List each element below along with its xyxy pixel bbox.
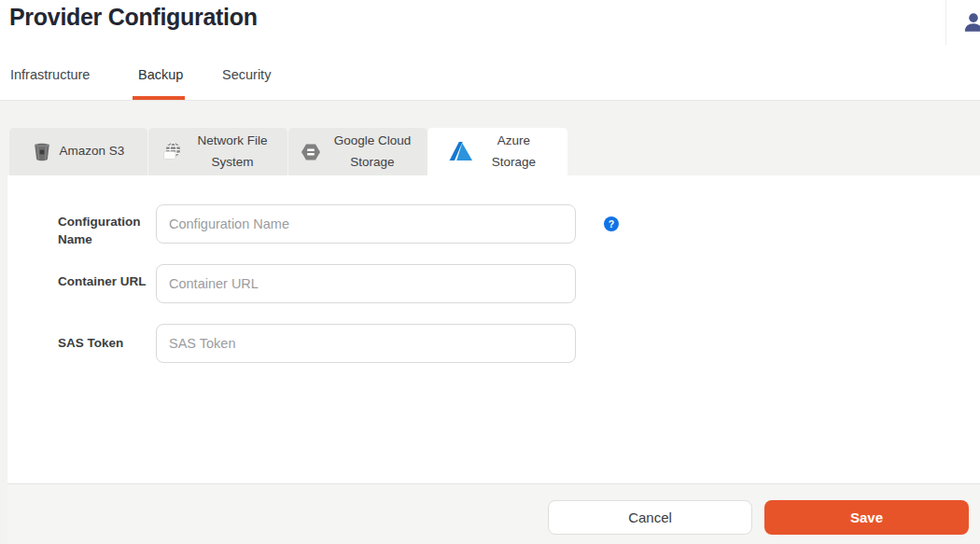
save-button[interactable]: Save bbox=[764, 500, 969, 535]
cancel-button[interactable]: Cancel bbox=[548, 500, 752, 535]
provider-tab-google-cloud-storage[interactable]: Google Cloud Storage bbox=[287, 128, 427, 175]
main-tab-bar: Infrastructure Backup Security bbox=[0, 58, 980, 101]
tab-security[interactable]: Security bbox=[222, 67, 271, 82]
provider-tab-amazon-s3[interactable]: Amazon S3 bbox=[9, 128, 147, 175]
page-title: Provider Configuration bbox=[9, 4, 258, 31]
provider-tab-label: Google Cloud Storage bbox=[329, 131, 415, 174]
provider-tab-network-file-system[interactable]: Network File System bbox=[147, 128, 287, 175]
provider-tab-azure-storage[interactable]: Azure Storage bbox=[427, 128, 567, 175]
page-header: Provider Configuration Infrastructure Ba… bbox=[0, 0, 980, 101]
container-url-label: Container URL bbox=[58, 272, 151, 290]
header-divider bbox=[945, 0, 946, 45]
form-footer: Cancel Save bbox=[7, 483, 980, 544]
google-cloud-storage-icon bbox=[301, 143, 321, 161]
amazon-s3-icon bbox=[33, 142, 51, 162]
container-url-input[interactable] bbox=[156, 264, 576, 303]
azure-storage-icon bbox=[449, 142, 473, 161]
provider-form-panel: Configuration Name ? Container URL SAS T… bbox=[7, 175, 980, 483]
tab-backup[interactable]: Backup bbox=[138, 67, 183, 82]
user-icon[interactable] bbox=[961, 10, 980, 38]
configuration-name-input[interactable] bbox=[156, 204, 576, 244]
sas-token-label: SAS Token bbox=[58, 334, 151, 352]
help-icon[interactable]: ? bbox=[604, 216, 619, 231]
tab-infrastructure[interactable]: Infrastructure bbox=[10, 67, 90, 82]
provider-tab-label: Azure Storage bbox=[482, 131, 547, 174]
provider-tab-label: Amazon S3 bbox=[60, 141, 125, 162]
active-tab-underline bbox=[133, 96, 185, 100]
provider-tab-label: Network File System bbox=[191, 131, 273, 174]
network-file-system-icon bbox=[162, 142, 183, 161]
sas-token-input[interactable] bbox=[156, 324, 576, 363]
configuration-name-label: Configuration Name bbox=[58, 213, 151, 248]
